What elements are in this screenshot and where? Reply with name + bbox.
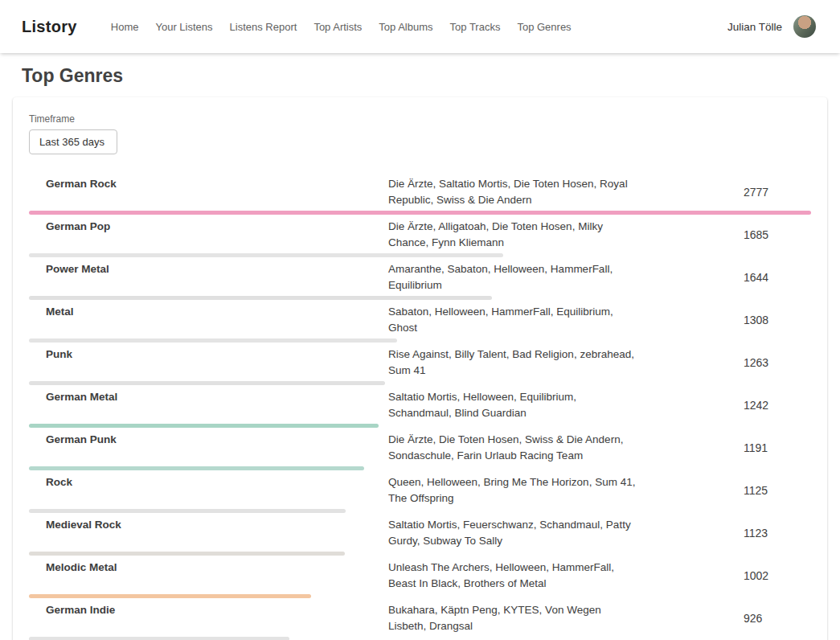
genre-artists: Saltatio Mortis, Helloween, Equilibrium,… (388, 389, 636, 421)
main-nav: HomeYour ListensListens ReportTop Artist… (111, 21, 727, 33)
nav-link-top-artists[interactable]: Top Artists (313, 21, 362, 33)
genre-count: 1125 (744, 484, 811, 497)
timeframe-select[interactable]: Last 365 days (29, 129, 117, 154)
genre-row: Melodic MetalUnleash The Archers, Hellow… (29, 556, 811, 598)
genre-name: Punk (29, 347, 388, 379)
genre-count: 1191 (744, 441, 811, 454)
timeframe-control: Timeframe Last 365 days (29, 113, 811, 154)
genres-table: German RockDie Ärzte, Saltatio Mortis, D… (29, 172, 811, 640)
nav-link-home[interactable]: Home (111, 21, 139, 33)
genre-artists: Die Ärzte, Alligatoah, Die Toten Hosen, … (388, 219, 636, 251)
genre-row: German RockDie Ärzte, Saltatio Mortis, D… (29, 172, 811, 215)
genre-row: German MetalSaltatio Mortis, Helloween, … (29, 385, 811, 428)
genre-count: 2777 (744, 186, 811, 199)
genre-count: 1308 (744, 314, 811, 326)
genre-artists: Rise Against, Billy Talent, Bad Religion… (388, 347, 636, 379)
nav-link-listens-report[interactable]: Listens Report (230, 21, 297, 33)
genre-count: 1242 (744, 399, 811, 412)
nav-link-your-listens[interactable]: Your Listens (155, 21, 212, 33)
genre-name: German Indie (29, 602, 388, 634)
genre-artists: Queen, Helloween, Bring Me The Horizon, … (388, 474, 636, 507)
genre-count: 1263 (744, 356, 811, 369)
genre-count: 926 (744, 612, 811, 625)
top-genres-card: Timeframe Last 365 days German RockDie Ä… (13, 97, 827, 640)
user-menu[interactable]: Julian Tölle (727, 15, 816, 38)
genre-count: 1685 (744, 228, 811, 241)
genre-row: RockQueen, Helloween, Bring Me The Horiz… (29, 470, 811, 513)
genre-name: German Punk (29, 432, 388, 464)
genre-row: MetalSabaton, Helloween, HammerFall, Equ… (29, 300, 811, 343)
genre-name: Metal (29, 304, 388, 336)
genre-row: German PopDie Ärzte, Alligatoah, Die Tot… (29, 215, 811, 257)
genre-count: 1644 (744, 271, 811, 284)
genre-name: German Rock (29, 176, 388, 208)
genre-name: Rock (29, 474, 388, 507)
top-nav: Listory HomeYour ListensListens ReportTo… (0, 0, 840, 53)
page-title: Top Genres (22, 65, 840, 87)
main-content: Top Genres Timeframe Last 365 days Germa… (0, 65, 840, 640)
genre-count: 1002 (744, 569, 811, 582)
nav-link-top-albums[interactable]: Top Albums (379, 21, 432, 33)
genre-name: German Pop (29, 219, 388, 251)
genre-artists: Saltatio Mortis, Feuerschwanz, Schandmau… (388, 517, 636, 549)
genre-row: Medieval RockSaltatio Mortis, Feuerschwa… (29, 513, 811, 556)
genre-artists: Die Ärzte, Saltatio Mortis, Die Toten Ho… (388, 176, 636, 208)
genre-bar (29, 637, 289, 640)
genre-row: German IndieBukahara, Käptn Peng, KYTES,… (29, 598, 811, 640)
timeframe-label: Timeframe (29, 113, 811, 125)
genre-artists: Unleash The Archers, Helloween, HammerFa… (388, 560, 636, 592)
genre-artists: Sabaton, Helloween, HammerFall, Equilibr… (388, 304, 636, 336)
genre-count: 1123 (744, 527, 811, 539)
avatar[interactable] (793, 15, 816, 38)
nav-link-top-tracks[interactable]: Top Tracks (450, 21, 501, 33)
genre-artists: Amaranthe, Sabaton, Helloween, HammerFal… (388, 261, 636, 293)
genre-name: Power Metal (29, 261, 388, 293)
genre-name: German Metal (29, 389, 388, 421)
app-logo[interactable]: Listory (22, 18, 77, 36)
genre-artists: Bukahara, Käptn Peng, KYTES, Von Wegen L… (388, 602, 636, 634)
genre-name: Medieval Rock (29, 517, 388, 549)
nav-link-top-genres[interactable]: Top Genres (517, 21, 571, 33)
genre-row: PunkRise Against, Billy Talent, Bad Reli… (29, 343, 811, 385)
user-name[interactable]: Julian Tölle (727, 21, 782, 33)
genre-row: German PunkDie Ärzte, Die Toten Hosen, S… (29, 428, 811, 470)
genre-artists: Die Ärzte, Die Toten Hosen, Swiss & Die … (388, 432, 636, 464)
genre-name: Melodic Metal (29, 560, 388, 592)
genre-row: Power MetalAmaranthe, Sabaton, Helloween… (29, 257, 811, 300)
